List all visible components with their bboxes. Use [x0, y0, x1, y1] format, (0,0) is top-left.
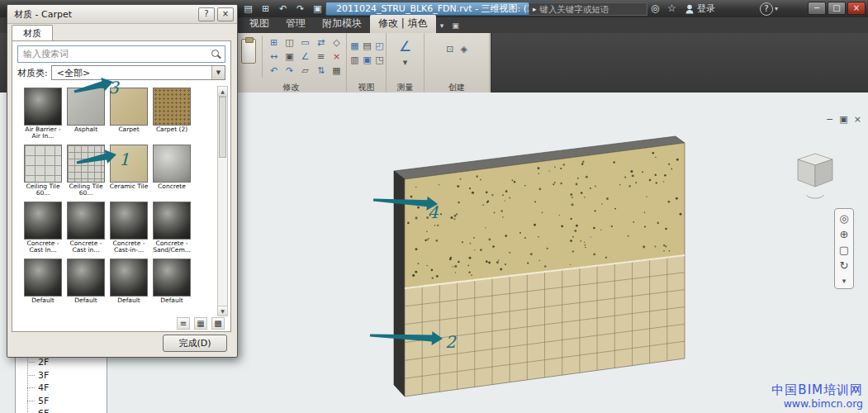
material-item[interactable]: Ceiling Tile 60...	[64, 145, 107, 202]
material-item[interactable]: Ceramic Tile	[107, 145, 150, 202]
tab-manage[interactable]: 管理	[277, 15, 314, 33]
ribbon-tool-icon[interactable]: ⊞	[266, 36, 282, 50]
level-item[interactable]: 4F	[16, 382, 107, 395]
material-item[interactable]: Asphalt	[64, 88, 107, 145]
info-search-box[interactable]: ▸ 键入关键字或短语	[529, 2, 647, 16]
search-arrow-icon[interactable]: ▸	[533, 3, 537, 15]
ribbon-tool-icon[interactable]: ∠	[399, 37, 411, 55]
help-button[interactable]: ? ▾	[760, 2, 778, 15]
ribbon-tool-icon[interactable]: ▤	[361, 39, 373, 53]
material-item[interactable]: Carpet (2)	[150, 88, 193, 145]
ribbon-tool-icon[interactable]: ▾	[403, 55, 408, 69]
material-search-input[interactable]: 输入搜索词	[17, 45, 225, 63]
communication-center-icon[interactable]: ◎	[651, 2, 659, 15]
chevron-down-icon[interactable]: ▼	[211, 66, 225, 79]
grid-view-icon[interactable]: ▦	[194, 317, 207, 330]
material-item[interactable]: Concrete - Cast-in-...	[107, 202, 150, 259]
material-thumbnail	[67, 202, 105, 240]
material-class-dropdown[interactable]: <全部> ▼	[51, 65, 225, 80]
open-icon[interactable]: ▤	[241, 2, 255, 15]
ribbon-tool-icon[interactable]: ⇅	[313, 64, 329, 78]
ribbon-tool-icon[interactable]: ⇄	[313, 36, 329, 50]
orbit-icon[interactable]: ↻	[840, 259, 849, 272]
ribbon-tool-icon[interactable]: ×	[329, 50, 344, 64]
tab-material[interactable]: 材质	[12, 25, 53, 41]
ribbon-tool-icon[interactable]: ▱	[297, 64, 313, 78]
ribbon-tool-icon[interactable]: ⊡	[446, 42, 453, 56]
dialog-titlebar[interactable]: 材质 - Carpet ? ×	[7, 5, 237, 24]
ribbon-tool-icon[interactable]: ≡	[313, 50, 329, 64]
navbar-caret-icon[interactable]: ▾	[842, 275, 847, 287]
tab-addins[interactable]: 附加模块	[314, 15, 370, 33]
material-list-scrollbar[interactable]: ▲ ▼	[217, 86, 228, 316]
ribbon-tool-icon[interactable]: ▭	[297, 36, 313, 50]
ribbon-tool-icon[interactable]: ◇	[329, 36, 344, 50]
material-name: Carpet (2)	[150, 126, 193, 140]
ribbon-state-caret-icon[interactable]: ▾	[436, 21, 448, 33]
ribbon-tool-icon[interactable]: ↷	[282, 64, 297, 78]
view-minimize-icon[interactable]: −	[826, 114, 833, 125]
panel-label-modify[interactable]: 修改	[236, 82, 346, 93]
level-item[interactable]: 2F	[16, 356, 107, 369]
scrollbar-thumb[interactable]	[219, 97, 226, 158]
level-item[interactable]: 5F	[16, 395, 107, 408]
ribbon-tool-icon[interactable]: ↶	[266, 64, 282, 78]
ribbon-tool-icon[interactable]: ↔	[266, 50, 282, 64]
close-button[interactable]: ×	[847, 2, 866, 15]
material-name: Default	[150, 297, 193, 311]
minimize-button[interactable]: −	[808, 2, 826, 15]
list-view-icon[interactable]: ≡	[177, 317, 190, 330]
material-item[interactable]: Default	[150, 259, 193, 316]
material-item[interactable]: Carpet	[107, 88, 150, 145]
tab-view[interactable]: 视图	[241, 15, 277, 33]
print-icon[interactable]: ▣	[311, 2, 325, 15]
panel-label-view[interactable]: 视图	[347, 82, 386, 93]
material-item[interactable]: Air Barrier - Air In...	[21, 88, 64, 145]
scroll-up-icon[interactable]: ▲	[218, 87, 227, 97]
ribbon-tool-icon[interactable]: ▣	[282, 50, 297, 64]
material-item[interactable]: Ceiling Tile 60...	[21, 145, 64, 202]
material-item[interactable]: Default	[21, 259, 64, 316]
tab-modify-paint[interactable]: 修改 | 填色	[370, 15, 436, 33]
material-item[interactable]: Default	[107, 259, 150, 316]
material-item[interactable]: Concrete	[150, 145, 193, 202]
material-item[interactable]: Concrete - Cast In...	[21, 202, 64, 259]
zoom-icon[interactable]: ⊕	[840, 228, 849, 240]
panel-label-create[interactable]: 创建	[425, 82, 489, 93]
ribbon-tool-icon[interactable]: ▣	[361, 53, 373, 67]
save-icon[interactable]: ⊞	[259, 2, 273, 15]
maximize-button[interactable]: □	[828, 2, 846, 15]
ribbon-tool-icon[interactable]: ▥	[349, 53, 361, 67]
undo-icon[interactable]: ↶	[276, 2, 290, 15]
material-item[interactable]: Default	[64, 259, 107, 316]
login-button[interactable]: 登录	[685, 2, 715, 15]
dialog-help-button[interactable]: ?	[198, 7, 215, 21]
material-name: Concrete - Cast In...	[21, 240, 64, 254]
redo-icon[interactable]: ↷	[293, 2, 307, 15]
view-restore-icon[interactable]: ▣	[839, 114, 847, 125]
level-item[interactable]: 3F	[16, 369, 107, 382]
ribbon-tool-icon[interactable]: ◳	[373, 53, 386, 67]
ribbon-tool-icon[interactable]: ▦	[349, 39, 361, 53]
panel-label-measure[interactable]: 测量	[387, 82, 424, 93]
ribbon-tool-icon[interactable]: ▦	[329, 64, 344, 78]
level-item[interactable]: 6F	[16, 407, 107, 413]
paste-icon[interactable]	[241, 39, 256, 64]
scroll-down-icon[interactable]: ▼	[218, 306, 227, 316]
done-button[interactable]: 完成(D)	[163, 335, 227, 352]
ribbon-tool-icon[interactable]: ◰	[373, 39, 386, 53]
material-item[interactable]: Concrete - Cast in...	[64, 202, 107, 259]
pan-icon[interactable]: ▢	[839, 244, 849, 256]
ribbon-tool-icon[interactable]: ∠	[297, 50, 313, 64]
large-grid-view-icon[interactable]: ▩	[211, 317, 225, 330]
favorites-star-icon[interactable]: ☆	[667, 2, 676, 15]
view-close-icon[interactable]: ×	[854, 114, 861, 125]
steering-wheel-icon[interactable]: ◎	[839, 212, 848, 225]
dialog-close-button[interactable]: ×	[217, 7, 234, 21]
ribbon-tool-icon[interactable]: ◈	[460, 42, 467, 56]
navigation-bar: ◎ ⊕ ▢ ↻ ▾	[834, 208, 854, 289]
ribbon-tool-icon[interactable]: ◫	[282, 36, 297, 50]
ribbon-cycle-icon[interactable]: ▣	[448, 21, 463, 33]
watermark: 中国BIM培训网 www.bimcn.org	[771, 383, 863, 410]
material-item[interactable]: Concrete - Sand/Cem...	[150, 202, 193, 259]
